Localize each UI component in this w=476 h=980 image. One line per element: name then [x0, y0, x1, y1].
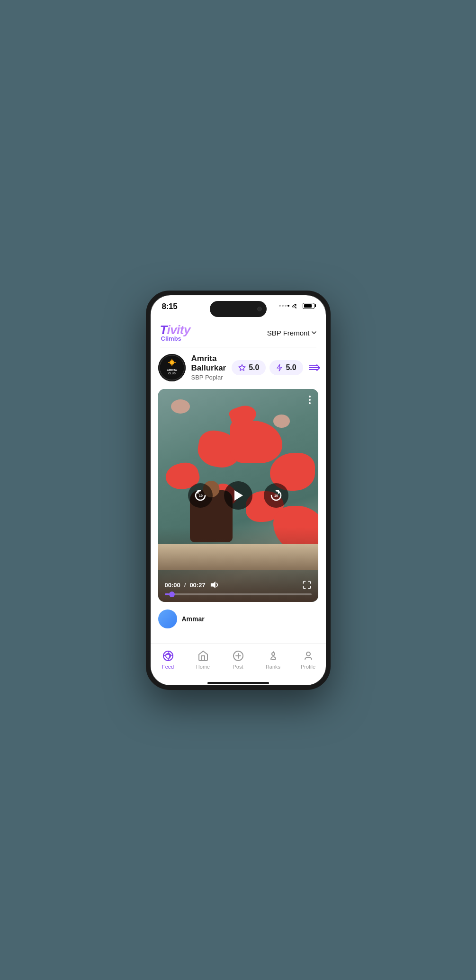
svg-text:AMRITA: AMRITA [167, 369, 177, 371]
svg-text:10: 10 [274, 494, 278, 497]
user-card: AMRITA CLUB Amrita Ballurkar SBP Poplar [151, 347, 326, 387]
phone-frame: 8:15 [146, 291, 331, 690]
status-time: 8:15 [162, 302, 178, 311]
home-bar [207, 682, 269, 684]
post-icon [232, 650, 244, 662]
logo-subtitle: Climbs [161, 335, 181, 342]
progress-fill [165, 593, 169, 595]
progress-bar[interactable] [165, 593, 312, 595]
time-current: 00:00 [165, 582, 180, 589]
location-selector[interactable]: SBP Fremont [267, 329, 316, 337]
avatar-badge: AMRITA CLUB [158, 354, 186, 381]
volume-icon[interactable] [209, 581, 220, 589]
logo-container: Tivity Climbs [160, 324, 190, 342]
score-badges: 5.0 5.0 [232, 360, 322, 375]
star-score-badge[interactable]: 5.0 [232, 360, 266, 375]
dot-v-1 [309, 396, 311, 397]
signal-dot-2 [282, 305, 284, 307]
time-divider: / [184, 582, 186, 589]
play-button[interactable] [224, 481, 252, 510]
video-player[interactable]: 10 10 [158, 389, 318, 602]
svg-point-25 [306, 652, 310, 656]
camera-dot [257, 307, 262, 311]
phone-inner: 8:15 [151, 295, 326, 685]
club-badge-svg: AMRITA CLUB [158, 354, 186, 381]
user-location: SBP Poplar [191, 374, 226, 381]
progress-thumb [169, 592, 175, 597]
nav-item-ranks[interactable]: Ranks [256, 648, 291, 671]
feed-label: Feed [162, 664, 174, 670]
rewind-icon: 10 [194, 489, 207, 502]
video-more-button[interactable] [307, 394, 313, 406]
star-icon [238, 364, 246, 371]
app-logo: Tivity [160, 324, 190, 336]
svg-point-17 [163, 651, 173, 661]
profile-label: Profile [301, 664, 315, 670]
app-header: Tivity Climbs SBP Fremont [151, 321, 326, 347]
dot-v-2 [309, 399, 311, 401]
bottom-nav: Feed Home [151, 644, 326, 681]
play-icon [234, 490, 243, 501]
star-score-value: 5.0 [249, 363, 259, 372]
nav-item-post[interactable]: Post [221, 648, 256, 671]
status-icons [279, 303, 314, 309]
user-info: Amrita Ballurkar SBP Poplar [191, 354, 226, 381]
video-center-controls: 10 10 [158, 481, 318, 510]
location-text: SBP Fremont [267, 329, 310, 337]
time-total: 00:27 [189, 582, 205, 589]
main-scroll[interactable]: Tivity Climbs SBP Fremont [151, 321, 326, 644]
nav-item-profile[interactable]: Profile [291, 648, 326, 671]
signal-dot-3 [285, 305, 287, 307]
avatar[interactable]: AMRITA CLUB [158, 354, 186, 381]
profile-icon [302, 650, 314, 662]
rewind-button[interactable]: 10 [188, 483, 213, 508]
svg-point-22 [272, 653, 275, 655]
home-icon [197, 650, 209, 662]
feed-icon [162, 650, 174, 662]
signal-dots [279, 305, 289, 307]
forward-svg: 10 [270, 489, 282, 502]
video-bottom-bar: 00:00 / 00:27 [158, 580, 318, 602]
time-row: 00:00 / 00:27 [165, 580, 312, 590]
video-controls-overlay: 10 10 [158, 389, 318, 602]
forward-button[interactable]: 10 [264, 483, 288, 508]
video-top-bar [158, 389, 318, 411]
lightning-icon [276, 364, 283, 371]
signal-dot-1 [279, 305, 281, 307]
more-details-button[interactable] [307, 360, 322, 375]
ranks-icon [267, 650, 279, 662]
lightning-score-value: 5.0 [286, 363, 296, 372]
dynamic-island [210, 301, 267, 317]
svg-point-0 [296, 308, 296, 309]
dot-v-3 [309, 402, 311, 404]
next-user-avatar [158, 609, 177, 628]
nav-item-home[interactable]: Home [186, 648, 221, 671]
battery-fill [304, 304, 312, 308]
signal-dot-4 [287, 305, 289, 307]
ranks-label: Ranks [266, 664, 280, 670]
post-label: Post [233, 664, 243, 670]
nav-item-feed[interactable]: Feed [151, 648, 186, 671]
time-left: 00:00 / 00:27 [165, 581, 220, 589]
chevron-down-icon [312, 331, 316, 334]
home-indicator [151, 681, 326, 685]
next-user-name: Ammar [182, 615, 205, 623]
svg-marker-16 [211, 582, 216, 588]
next-post-preview: Ammar [151, 606, 326, 632]
battery-icon [303, 303, 314, 309]
user-name: Amrita Ballurkar [191, 354, 226, 373]
svg-text:CLUB: CLUB [168, 372, 175, 375]
lightning-score-badge[interactable]: 5.0 [269, 360, 303, 375]
arrow-lines-icon [308, 364, 321, 371]
home-label: Home [196, 664, 210, 670]
svg-text:10: 10 [199, 494, 203, 497]
fullscreen-icon[interactable] [302, 580, 312, 590]
wifi-icon [292, 303, 300, 309]
rewind-svg: 10 [194, 489, 207, 502]
svg-point-4 [171, 361, 173, 364]
